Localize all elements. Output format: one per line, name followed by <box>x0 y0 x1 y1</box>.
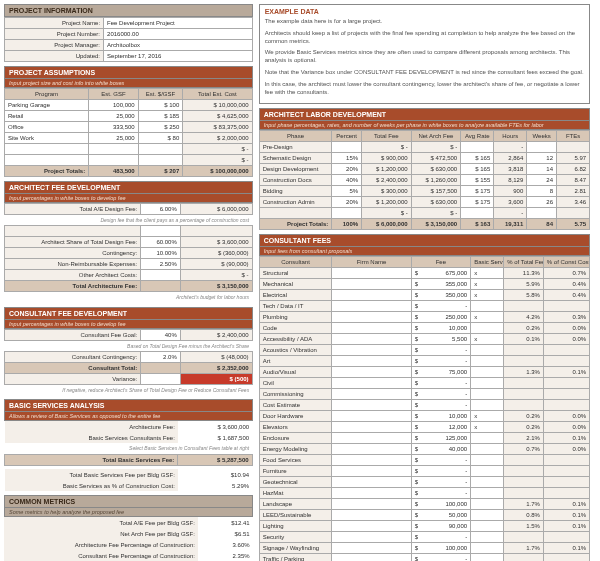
col-header: FTEs <box>557 131 590 142</box>
cell: Civil <box>259 378 332 389</box>
cell: Total A/E Fee per Bldg GSF: <box>4 517 198 528</box>
cell: Updated: <box>5 51 104 62</box>
cell: 2.1% <box>504 433 544 444</box>
cell: 12 <box>527 153 557 164</box>
consultant-fees: CONSULTANT FEES Input fees from consulta… <box>259 234 591 561</box>
info-row: Project Manager:Architoolbox <box>5 40 253 51</box>
cell: Project Totals: <box>259 219 332 230</box>
arch-fee-row: Non-Reimbursable Expenses:2.50%$ (90,000… <box>5 259 253 270</box>
cell: 0.0% <box>543 323 589 334</box>
assumption-row: $ - <box>5 144 253 155</box>
cell: 2.0% <box>141 351 181 362</box>
cell: $ - <box>362 208 412 219</box>
cell: Commissioning <box>259 389 332 400</box>
cell: 3.60% <box>198 539 253 550</box>
col-header: Fee <box>411 257 470 268</box>
consultant-row: Signage / Wayfinding$100,0001.7%0.1% <box>259 543 590 554</box>
cell: $ 4,625,000 <box>183 111 252 122</box>
example-line: In this case, the architect must lower t… <box>265 81 585 97</box>
cell <box>332 444 411 455</box>
cell: Traffic / Parking <box>259 554 332 561</box>
cell <box>504 554 544 561</box>
cell: 3.46 <box>557 197 590 208</box>
cell: Security <box>259 532 332 543</box>
cell <box>141 270 181 281</box>
example-line: We provide Basic Services metrics since … <box>265 49 585 65</box>
cell: Bidding <box>259 186 332 197</box>
cell <box>527 208 557 219</box>
cons-fees-header: CONSULTANT FEES <box>259 234 591 247</box>
cell <box>471 433 504 444</box>
cell: 333,500 <box>89 122 139 133</box>
cell <box>471 477 504 488</box>
cell: 1.5% <box>504 521 544 532</box>
cell <box>332 268 411 279</box>
cell: Consultant Fee Goal: <box>5 329 141 340</box>
metric-row: Consultant Fee Percentage of Constructio… <box>4 550 253 561</box>
consultant-row: Lighting$90,0001.5%0.1% <box>259 521 590 532</box>
assumptions-total: Project Totals:483,500$ 207$ 100,000,000 <box>5 166 253 177</box>
cell <box>332 521 411 532</box>
cell: Architecture Fee Percentage of Construct… <box>4 539 198 550</box>
cell: 0.1% <box>504 334 544 345</box>
cell: Mechanical <box>259 279 332 290</box>
cell <box>543 554 589 561</box>
cell <box>543 455 589 466</box>
cell: HazMat <box>259 488 332 499</box>
cell: $ 100,000,000 <box>183 166 252 177</box>
cons-fee-row: Consultant Fee Goal:40%$ 2,400,000 <box>5 329 253 340</box>
metric-row: Total A/E Fee per Bldg GSF:$12.41 <box>4 517 253 528</box>
cell <box>332 334 411 345</box>
consultant-row: Mechanical$355,000x5.9%0.4% <box>259 279 590 290</box>
cell: 5.8% <box>504 290 544 301</box>
cell: 2016000.00 <box>104 29 253 40</box>
cell: Art <box>259 356 332 367</box>
cell: 100,000 <box>89 100 139 111</box>
basic-services-header: BASIC SERVICES ANALYSIS <box>4 399 253 412</box>
cons-fee-total: Consultant Total:$ 2,352,000 <box>5 362 253 373</box>
cell <box>471 367 504 378</box>
cell <box>471 543 504 554</box>
cell <box>332 422 411 433</box>
cell: $ - <box>180 270 252 281</box>
cell <box>332 400 411 411</box>
cell: 0.1% <box>543 499 589 510</box>
metric-row: Architecture Fee Percentage of Construct… <box>4 539 253 550</box>
cell: $ 3,150,000 <box>411 219 461 230</box>
arch-fee-row: Architect Share of Total Design Fee:60.0… <box>5 237 253 248</box>
cell <box>332 142 362 153</box>
cell <box>557 142 590 153</box>
cell: 0.0% <box>543 411 589 422</box>
assumption-row: Office333,500$ 250$ 83,375,000 <box>5 122 253 133</box>
cell: Construction Admin <box>259 197 332 208</box>
cell: 0.8% <box>504 510 544 521</box>
cell <box>471 389 504 400</box>
cell: $ 165 <box>461 153 494 164</box>
cell: $ 3,600,000 <box>178 421 252 432</box>
cell: Geotechnical <box>259 477 332 488</box>
cell <box>543 466 589 477</box>
consultant-row: Enclosure$125,0002.1%0.1% <box>259 433 590 444</box>
cell: Basic Services Consultants Fee: <box>5 432 178 443</box>
cell <box>471 499 504 510</box>
metrics-header: COMMON METRICS <box>4 495 253 508</box>
info-row: Updated:September 17, 2016 <box>5 51 253 62</box>
cell: $ - <box>183 155 252 166</box>
cell: 84 <box>527 219 557 230</box>
cell: Tech / Data / IT <box>259 301 332 312</box>
assumptions-header: PROJECT ASSUMPTIONS <box>4 66 253 79</box>
cell: Code <box>259 323 332 334</box>
cell: 4.2% <box>504 312 544 323</box>
cell <box>504 477 544 488</box>
cons-fees-sub: Input fees from consultant proposals <box>259 247 591 256</box>
cell: $ 1,200,000 <box>362 197 412 208</box>
cell: $ (360,000) <box>180 248 252 259</box>
col-header: Basic Services? <box>471 257 504 268</box>
cell: $ - <box>411 208 461 219</box>
cell: 15% <box>332 153 362 164</box>
cell: Parking Garage <box>5 100 89 111</box>
cell: 20% <box>332 197 362 208</box>
bs-row: Basic Services Consultants Fee:$ 1,687,5… <box>5 432 253 443</box>
consultant-row: Geotechnical$- <box>259 477 590 488</box>
cell: 100% <box>332 219 362 230</box>
